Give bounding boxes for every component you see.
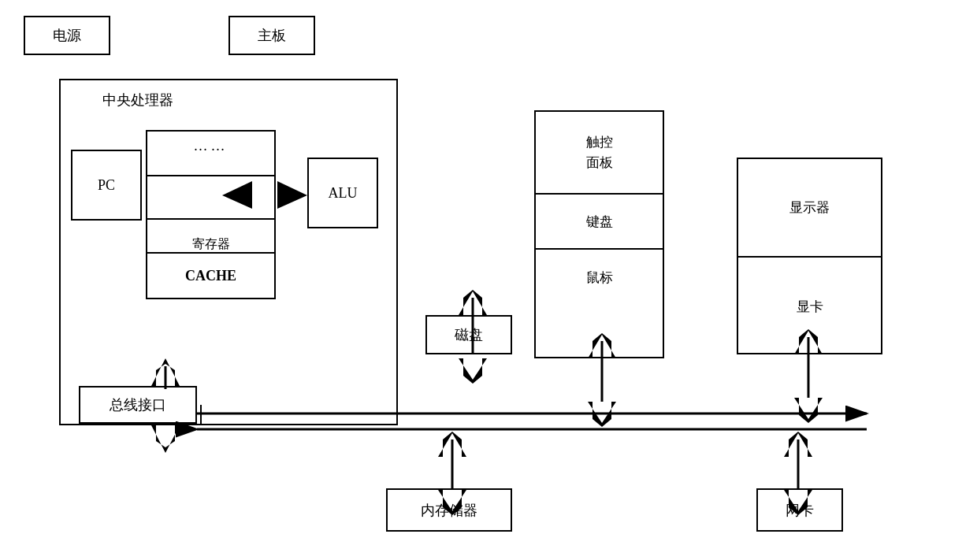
svg-marker-8 <box>151 425 180 453</box>
memory-label: 内存储器 <box>421 501 477 520</box>
svg-marker-16 <box>438 432 466 457</box>
svg-marker-22 <box>784 432 812 457</box>
cpu-label: 中央处理器 <box>102 91 173 109</box>
disk-box: 磁盘 <box>425 315 512 354</box>
memory-box: 内存储器 <box>386 488 512 532</box>
svg-marker-13 <box>459 290 487 315</box>
mainboard-label: 主板 <box>258 26 286 45</box>
svg-marker-26 <box>794 398 823 423</box>
disk-label: 磁盘 <box>455 325 483 344</box>
power-box: 电源 <box>24 16 110 55</box>
monitor-label: 显示器 <box>738 159 881 258</box>
alu-label: ALU <box>329 185 358 202</box>
power-label: 电源 <box>53 26 81 45</box>
mouse-label: 鼠标 <box>536 250 663 305</box>
mainboard-box: 主板 <box>228 16 315 55</box>
bus-label: 总线接口 <box>110 395 166 414</box>
register-group: …… 寄存器 CACHE <box>146 130 276 299</box>
cache-label: CACHE <box>185 268 236 284</box>
pc-box: PC <box>71 150 142 221</box>
display-outer: 显示器 显卡 <box>737 158 882 354</box>
cache-box: CACHE <box>147 252 274 298</box>
touchpad-text: 触控面板 <box>586 132 613 172</box>
svg-marker-14 <box>459 358 487 384</box>
alu-box: ALU <box>307 158 378 228</box>
dots-label: …… <box>147 138 274 154</box>
netcard-box: 网卡 <box>756 488 843 532</box>
input-outer: 触控面板 键盘 鼠标 <box>534 110 664 358</box>
touchpad-label: 触控面板 <box>536 112 663 195</box>
diagram-container: 电源 主板 中央处理器 PC …… 寄存器 CACHE ALU 总线接口 磁盘 <box>0 0 977 560</box>
keyboard-label: 键盘 <box>536 195 663 250</box>
svg-marker-20 <box>588 402 616 427</box>
pc-label: PC <box>98 177 115 194</box>
bus-box: 总线接口 <box>79 386 197 424</box>
gpu-label: 显卡 <box>738 258 881 356</box>
netcard-label: 网卡 <box>786 501 814 520</box>
